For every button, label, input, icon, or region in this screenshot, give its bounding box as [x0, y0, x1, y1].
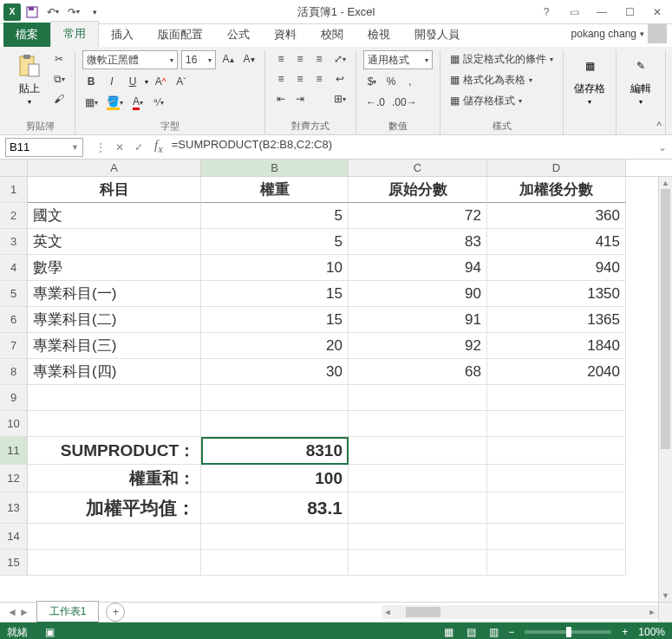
next-sheet-button[interactable]: ►: [19, 606, 29, 618]
align-left-button[interactable]: ≡: [272, 70, 290, 88]
cell[interactable]: 專業科目(四): [28, 359, 201, 385]
cell[interactable]: 國文: [28, 203, 201, 229]
cell[interactable]: 專業科目(二): [28, 307, 201, 333]
row-header[interactable]: 10: [0, 411, 28, 437]
formula-input[interactable]: =SUMPRODUCT(B2:B8,C2:C8): [166, 138, 656, 157]
help-button[interactable]: ?: [535, 3, 558, 21]
scroll-up-icon[interactable]: ▲: [659, 177, 672, 189]
tab-formulas[interactable]: 公式: [215, 23, 262, 47]
ribbon-display-button[interactable]: ▭: [563, 3, 585, 21]
comma-button[interactable]: ,: [401, 73, 419, 90]
scroll-right-icon[interactable]: ►: [646, 608, 658, 616]
percent-button[interactable]: %: [382, 73, 400, 90]
page-layout-view-button[interactable]: ▤: [460, 624, 481, 639]
underline-button[interactable]: U: [124, 73, 141, 90]
italic-button[interactable]: I: [103, 73, 121, 90]
cell[interactable]: 90: [349, 281, 487, 307]
hscroll-thumb[interactable]: [406, 607, 440, 617]
cell[interactable]: 360: [487, 203, 626, 229]
cell[interactable]: [28, 411, 201, 437]
tab-review[interactable]: 校閱: [309, 23, 356, 47]
row-header[interactable]: 2: [0, 203, 28, 229]
cell[interactable]: [487, 465, 626, 492]
cell[interactable]: [487, 492, 626, 524]
cell[interactable]: [349, 465, 487, 492]
sheet-tab[interactable]: 工作表1: [36, 601, 100, 623]
cell[interactable]: 2040: [487, 359, 626, 385]
page-break-view-button[interactable]: ▥: [483, 624, 504, 639]
cells-button[interactable]: ▦儲存格▾: [571, 50, 609, 108]
conditional-formatting-button[interactable]: ▦設定格式化的條件▾: [447, 50, 556, 68]
tab-view[interactable]: 檢視: [356, 23, 402, 47]
copy-button[interactable]: ⧉▾: [50, 70, 68, 88]
font-size-select[interactable]: 16▾: [181, 50, 216, 69]
fill-color-button[interactable]: 🪣▾: [104, 94, 126, 111]
row-header[interactable]: 1: [0, 177, 28, 203]
qat-customize-button[interactable]: ▾: [85, 3, 104, 22]
cell[interactable]: 92: [349, 333, 487, 359]
horizontal-scrollbar[interactable]: ◄ ►: [382, 605, 658, 619]
cell[interactable]: [487, 550, 626, 576]
wrap-text-button[interactable]: ↩: [331, 70, 349, 88]
decrease-font-a-button[interactable]: Aˇ: [173, 73, 190, 90]
cell[interactable]: 英文: [28, 229, 201, 255]
cell[interactable]: 原始分數: [349, 177, 487, 203]
column-header-a[interactable]: A: [28, 160, 201, 176]
cell[interactable]: 68: [349, 359, 487, 385]
cell[interactable]: [487, 411, 626, 437]
cell[interactable]: SUMPRODUCT：: [28, 437, 201, 465]
grow-font-button[interactable]: A▴: [219, 50, 237, 68]
zoom-out-button[interactable]: −: [505, 626, 518, 638]
row-header[interactable]: 12: [0, 465, 28, 492]
editing-button[interactable]: ✎編輯▾: [623, 50, 658, 108]
name-box[interactable]: B11 ▼: [5, 138, 83, 157]
format-as-table-button[interactable]: ▦格式化為表格▾: [447, 71, 535, 88]
cut-button[interactable]: ✂: [50, 50, 68, 68]
formula-dropdown-button[interactable]: ⋮: [92, 141, 109, 153]
increase-font-a-button[interactable]: A^: [152, 73, 169, 90]
row-header[interactable]: 11: [0, 437, 28, 465]
close-button[interactable]: ✕: [646, 3, 669, 21]
shrink-font-button[interactable]: A▾: [240, 50, 258, 68]
zoom-level[interactable]: 100%: [638, 626, 665, 638]
cell[interactable]: 權重和：: [28, 465, 201, 492]
cell[interactable]: 1840: [487, 333, 626, 359]
scroll-down-icon[interactable]: ▼: [659, 590, 672, 602]
cell[interactable]: [349, 524, 487, 550]
cell[interactable]: 83.1: [201, 492, 349, 524]
tab-file[interactable]: 檔案: [3, 23, 50, 47]
cell[interactable]: [349, 411, 487, 437]
row-header[interactable]: 13: [0, 492, 28, 524]
normal-view-button[interactable]: ▦: [438, 624, 459, 639]
cell[interactable]: 5: [201, 229, 349, 255]
cell[interactable]: 加權平均值：: [28, 492, 201, 524]
paste-button[interactable]: 貼上 ▾: [12, 50, 47, 108]
cell[interactable]: 數學: [28, 255, 201, 281]
number-format-select[interactable]: 通用格式▾: [363, 50, 433, 69]
orientation-button[interactable]: ⤢▾: [331, 50, 349, 68]
cell[interactable]: 72: [349, 203, 487, 229]
cell-styles-button[interactable]: ▦儲存格樣式▾: [447, 92, 525, 109]
cell[interactable]: 專業科目(一): [28, 281, 201, 307]
cell[interactable]: [487, 524, 626, 550]
cell[interactable]: 權重: [201, 177, 349, 203]
cell[interactable]: [349, 437, 487, 465]
new-sheet-button[interactable]: +: [106, 603, 125, 622]
cell[interactable]: 15: [201, 281, 349, 307]
cell[interactable]: 20: [201, 333, 349, 359]
cell[interactable]: [201, 524, 349, 550]
cell[interactable]: 1365: [487, 307, 626, 333]
vertical-scrollbar[interactable]: ▲ ▼: [658, 177, 672, 602]
cell[interactable]: 30: [201, 359, 349, 385]
collapse-ribbon-button[interactable]: ^: [651, 119, 667, 133]
tab-insert[interactable]: 插入: [99, 23, 146, 47]
worksheet-grid[interactable]: A B C D 1科目權重原始分數加權後分數2國文5723603英文583415…: [0, 160, 672, 602]
scroll-thumb[interactable]: [661, 189, 670, 449]
row-header[interactable]: 5: [0, 281, 28, 307]
accept-formula-button[interactable]: ✓: [130, 141, 147, 153]
minimize-button[interactable]: —: [590, 3, 613, 21]
expand-formula-bar-button[interactable]: ⌄: [656, 141, 672, 153]
cancel-formula-button[interactable]: ✕: [111, 141, 128, 153]
cell[interactable]: 94: [349, 255, 487, 281]
cell[interactable]: [487, 385, 626, 411]
